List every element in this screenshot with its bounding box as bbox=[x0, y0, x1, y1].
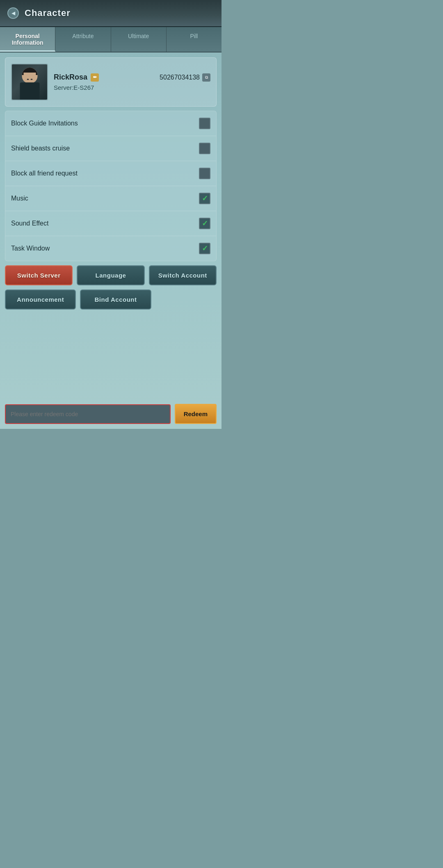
tab-bar: PersonalInformation Attribute Ultimate P… bbox=[0, 27, 222, 52]
back-button[interactable] bbox=[6, 6, 21, 21]
edit-name-button[interactable]: ✏ bbox=[91, 73, 99, 82]
checkbox-music[interactable] bbox=[199, 193, 210, 204]
tab-pill[interactable]: Pill bbox=[167, 27, 222, 52]
redeem-section: Redeem bbox=[5, 404, 217, 424]
redeem-button[interactable]: Redeem bbox=[175, 404, 217, 424]
setting-task-window: Task Window bbox=[5, 236, 216, 261]
tab-ultimate[interactable]: Ultimate bbox=[111, 27, 167, 52]
setting-shield-beasts: Shield beasts cruise bbox=[5, 136, 216, 161]
copy-id-button[interactable]: ⧉ bbox=[202, 73, 210, 82]
page-title: Character bbox=[25, 8, 71, 18]
tab-attribute[interactable]: Attribute bbox=[55, 27, 111, 52]
profile-card: RickRosa ✏ 50267034138 ⧉ Server:E-S267 bbox=[5, 57, 217, 107]
checkbox-block-guide[interactable] bbox=[199, 118, 210, 129]
profile-id-row: 50267034138 ⧉ bbox=[160, 73, 210, 82]
character-portrait bbox=[18, 68, 41, 100]
buttons-row-2: Announcement Bind Account bbox=[5, 289, 217, 310]
switch-account-button[interactable]: Switch Account bbox=[149, 265, 217, 285]
avatar bbox=[11, 64, 48, 100]
redeem-code-input[interactable] bbox=[5, 404, 171, 424]
profile-server: Server:E-S267 bbox=[54, 84, 210, 91]
switch-server-button[interactable]: Switch Server bbox=[5, 265, 73, 285]
profile-name: RickRosa ✏ bbox=[54, 73, 99, 82]
language-button[interactable]: Language bbox=[77, 265, 144, 285]
bind-account-button[interactable]: Bind Account bbox=[80, 289, 151, 310]
setting-block-guide: Block Guide Invitations bbox=[5, 111, 216, 136]
checkbox-block-friend[interactable] bbox=[199, 168, 210, 179]
checkbox-task-window[interactable] bbox=[199, 243, 210, 254]
checkbox-shield-beasts[interactable] bbox=[199, 143, 210, 154]
setting-block-friend: Block all friend request bbox=[5, 161, 216, 186]
setting-music: Music bbox=[5, 186, 216, 211]
back-arrow-icon bbox=[7, 7, 19, 19]
setting-sound-effect: Sound Effect bbox=[5, 211, 216, 236]
spacer bbox=[5, 314, 217, 396]
settings-section: Block Guide Invitations Shield beasts cr… bbox=[5, 111, 217, 261]
header: Character bbox=[0, 0, 222, 27]
tab-personal-information[interactable]: PersonalInformation bbox=[0, 27, 55, 52]
buttons-row-1: Switch Server Language Switch Account bbox=[5, 265, 217, 285]
announcement-button[interactable]: Announcement bbox=[5, 289, 76, 310]
profile-info: RickRosa ✏ 50267034138 ⧉ Server:E-S267 bbox=[54, 73, 210, 91]
profile-name-row: RickRosa ✏ 50267034138 ⧉ bbox=[54, 73, 210, 82]
main-content: RickRosa ✏ 50267034138 ⧉ Server:E-S267 B… bbox=[0, 52, 222, 429]
checkbox-sound-effect[interactable] bbox=[199, 218, 210, 229]
